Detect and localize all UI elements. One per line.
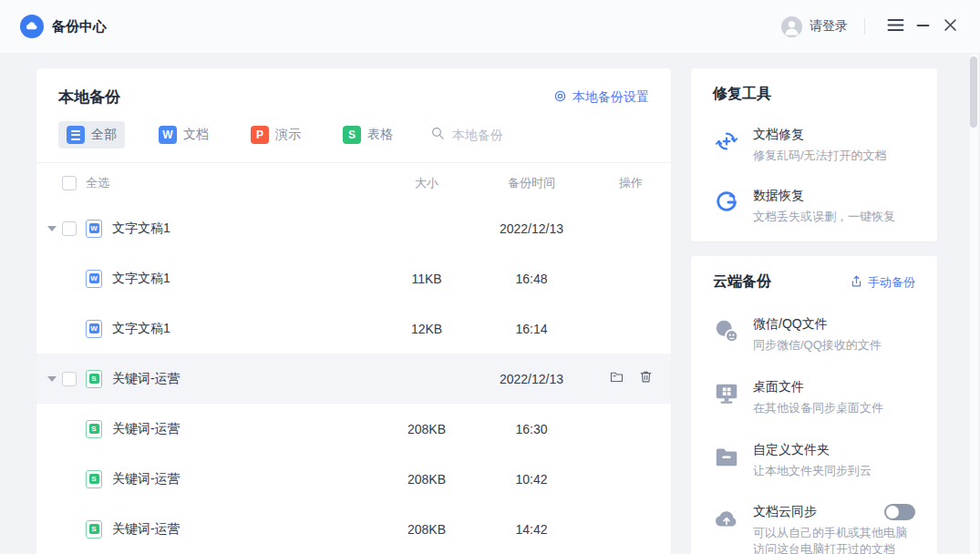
avatar — [781, 16, 802, 37]
backup-date: 2022/12/13 — [463, 221, 600, 236]
filter-tab-all[interactable]: 全部 — [58, 121, 125, 149]
writer-doc-icon: W — [159, 126, 177, 144]
doc-repair-label: 文档修复 — [753, 127, 804, 141]
backup-time: 16:14 — [463, 322, 600, 336]
table-row[interactable]: W 文字文稿1 11KB 16:48 — [36, 253, 671, 303]
desktop-monitor-icon — [713, 380, 740, 407]
doc-repair-subtitle: 修复乱码/无法打开的文档 — [753, 148, 915, 165]
table-row-group[interactable]: S 关键词-运营 2022/12/13 — [36, 354, 671, 404]
custom-folder-label: 自定义文件夹 — [753, 442, 830, 457]
delete-button[interactable] — [638, 369, 654, 388]
table-row[interactable]: W 文字文稿1 12KB 16:14 — [36, 303, 671, 354]
titlebar: 备份中心 请登录 — [0, 0, 980, 53]
desktop-files-item[interactable]: 桌面文件 在其他设备同步桌面文件 — [713, 378, 915, 417]
column-actions: 操作 — [600, 175, 662, 191]
filter-tab-docs[interactable]: W 文档 — [150, 121, 217, 149]
spreadsheet-icon: S — [343, 126, 361, 144]
filter-tabs: 全部 W 文档 P 演示 S 表格 — [36, 108, 671, 149]
file-name: 关键词-运营 — [112, 371, 181, 387]
filter-tab-all-label: 全部 — [91, 127, 117, 143]
row-checkbox[interactable] — [62, 372, 77, 386]
cloud-sync-toggle[interactable] — [884, 504, 915, 520]
data-recovery-label: 数据恢复 — [753, 188, 804, 202]
desktop-files-label: 桌面文件 — [753, 379, 804, 394]
local-backup-panel: 本地备份 本地备份设置 全部 W 文档 P 演示 S 表格 — [36, 68, 671, 554]
filter-tab-slides[interactable]: P 演示 — [242, 121, 309, 149]
table-row-group[interactable]: W 文字文稿1 2022/12/13 — [36, 203, 671, 253]
custom-folder-subtitle: 让本地文件夹同步到云 — [753, 463, 915, 480]
cloud-backup-panel: 云端备份 手动备份 微信/QQ文件 同步微信/QQ接收的文件 — [691, 256, 937, 554]
collapse-caret-icon[interactable] — [47, 226, 57, 236]
collapse-caret-icon[interactable] — [47, 376, 57, 386]
row-checkbox[interactable] — [62, 221, 77, 236]
backup-table: 全选 大小 备份时间 操作 W 文字文稿1 2022/12/13 W 文字文稿1… — [36, 162, 671, 554]
open-folder-button[interactable] — [609, 369, 624, 388]
backup-time: 14:42 — [463, 522, 600, 537]
upload-icon — [850, 274, 863, 291]
table-row[interactable]: S 关键词-运营 208KB 16:30 — [36, 404, 671, 454]
select-all-label: 全选 — [86, 175, 390, 191]
file-name: 关键词-运营 — [112, 421, 181, 437]
wechat-qq-item[interactable]: 微信/QQ文件 同步微信/QQ接收的文件 — [713, 315, 915, 354]
table-row[interactable]: S 关键词-运营 208KB 14:42 — [36, 504, 671, 554]
search-icon — [430, 126, 445, 144]
settings-gear-icon — [553, 89, 567, 106]
app-title: 备份中心 — [52, 18, 107, 36]
backup-date: 2022/12/13 — [463, 372, 600, 386]
backup-time: 16:48 — [463, 272, 600, 286]
search-box[interactable] — [430, 126, 622, 144]
doc-file-icon: W — [86, 320, 102, 338]
column-size: 大小 — [390, 175, 463, 191]
file-size: 11KB — [390, 272, 463, 286]
hamburger-icon — [887, 18, 904, 36]
cloud-sync-item[interactable]: 文档云同步 可以从自己的手机或其他电脑访问这台电脑打开过的文档 — [713, 504, 915, 554]
scrollbar-track[interactable] — [970, 55, 978, 554]
folder-icon — [609, 369, 624, 388]
trash-icon — [638, 369, 654, 388]
sheet-file-icon: S — [86, 470, 102, 488]
titlebar-actions: 请登录 — [781, 13, 964, 40]
data-recovery-item[interactable]: 数据恢复 文档丢失或误删，一键恢复 — [713, 187, 915, 226]
minimize-button[interactable] — [909, 13, 936, 40]
scrollbar-thumb[interactable] — [970, 56, 977, 128]
data-recovery-subtitle: 文档丢失或误删，一键恢复 — [753, 209, 915, 226]
doc-file-icon: W — [86, 270, 102, 288]
cloud-sync-subtitle: 可以从自己的手机或其他电脑访问这台电脑打开过的文档 — [753, 525, 915, 554]
file-size: 208KB — [390, 422, 463, 436]
login-label: 请登录 — [810, 18, 848, 35]
doc-repair-item[interactable]: 文档修复 修复乱码/无法打开的文档 — [713, 126, 915, 165]
sheet-file-icon: S — [86, 370, 102, 388]
data-recovery-icon — [713, 189, 740, 216]
table-row[interactable]: S 关键词-运营 208KB 10:42 — [36, 454, 671, 504]
backup-time: 10:42 — [463, 472, 600, 487]
file-name: 文字文稿1 — [112, 221, 170, 237]
cloud-sync-label: 文档云同步 — [753, 504, 817, 520]
filter-tab-docs-label: 文档 — [183, 127, 209, 143]
doc-repair-icon — [713, 128, 740, 155]
desktop-files-subtitle: 在其他设备同步桌面文件 — [753, 400, 915, 417]
wechat-qq-subtitle: 同步微信/QQ接收的文件 — [753, 337, 915, 354]
manual-backup-link[interactable]: 手动备份 — [850, 274, 915, 291]
column-time: 备份时间 — [463, 175, 600, 191]
titlebar-divider — [864, 18, 865, 35]
repair-tools-panel: 修复工具 文档修复 修复乱码/无法打开的文档 数据恢复 文档丢失或误删，一键恢复 — [691, 68, 937, 241]
sheet-file-icon: S — [86, 520, 102, 539]
custom-folder-item[interactable]: 自定义文件夹 让本地文件夹同步到云 — [713, 441, 915, 480]
settings-label: 本地备份设置 — [573, 89, 649, 106]
local-backup-settings-link[interactable]: 本地备份设置 — [553, 89, 649, 106]
file-size: 12KB — [390, 322, 463, 336]
login-button[interactable]: 请登录 — [781, 16, 848, 37]
filter-tab-sheets-label: 表格 — [367, 127, 393, 143]
app-logo-icon — [20, 15, 44, 38]
search-input[interactable] — [452, 128, 622, 142]
local-backup-title: 本地备份 — [58, 87, 120, 108]
wechat-qq-label: 微信/QQ文件 — [753, 316, 828, 331]
menu-button[interactable] — [882, 13, 909, 40]
filter-tab-sheets[interactable]: S 表格 — [335, 121, 401, 149]
close-button[interactable] — [936, 13, 964, 40]
close-icon — [944, 18, 957, 36]
select-all-checkbox[interactable] — [62, 176, 77, 190]
file-name: 文字文稿1 — [112, 321, 170, 337]
list-icon — [67, 126, 85, 144]
cloud-upload-icon — [713, 506, 740, 533]
